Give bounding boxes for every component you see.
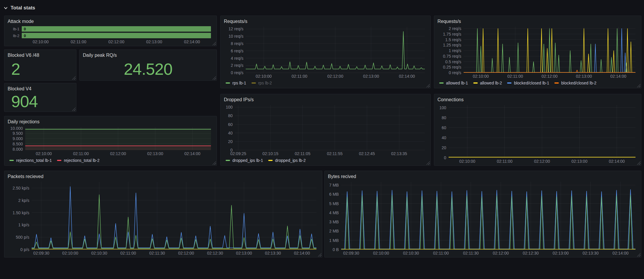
svg-text:02:11:00: 02:11:00 bbox=[507, 74, 523, 79]
svg-text:0: 0 bbox=[24, 34, 26, 38]
svg-text:4 req/s: 4 req/s bbox=[231, 56, 244, 61]
legend-item[interactable]: blocked/closed lb-1 bbox=[507, 81, 549, 85]
svg-text:02:09:25: 02:09:25 bbox=[230, 151, 246, 156]
chart-area: 0 req/s0.25 req/s0.5 req/s0.75 req/s1 re… bbox=[437, 25, 638, 79]
svg-text:02:12:00: 02:12:00 bbox=[534, 159, 550, 164]
panel-title[interactable]: Bytes recived bbox=[328, 173, 638, 180]
legend-item[interactable]: dropped_ips lb-2 bbox=[268, 158, 306, 163]
panel-title[interactable]: Packets recieved bbox=[8, 173, 319, 180]
svg-text:4 MB: 4 MB bbox=[329, 210, 339, 215]
legend-item[interactable]: rejections_total lb-2 bbox=[57, 158, 99, 163]
svg-text:1 kp/s: 1 kp/s bbox=[18, 222, 29, 227]
svg-text:0: 0 bbox=[444, 155, 446, 160]
svg-text:1 req/s: 1 req/s bbox=[449, 48, 461, 53]
legend-label: rps lb-1 bbox=[232, 81, 246, 85]
svg-text:2.50 kp/s: 2.50 kp/s bbox=[13, 186, 29, 190]
panel-title[interactable]: Requests/s bbox=[437, 18, 638, 25]
svg-text:02:13:30: 02:13:30 bbox=[583, 251, 599, 255]
svg-text:02:11:05: 02:11:05 bbox=[295, 151, 311, 156]
legend-item[interactable]: allowed lb-2 bbox=[473, 81, 502, 85]
svg-text:60: 60 bbox=[442, 125, 446, 130]
legend-label: allowed lb-2 bbox=[480, 81, 502, 85]
svg-text:02:13:00: 02:13:00 bbox=[146, 39, 162, 44]
svg-text:02:14:00: 02:14:00 bbox=[294, 251, 310, 255]
svg-text:02:14:00: 02:14:00 bbox=[399, 74, 415, 79]
svg-text:80: 80 bbox=[228, 113, 233, 118]
legend-item[interactable]: rps lb-1 bbox=[226, 81, 246, 85]
svg-text:02:14:00: 02:14:00 bbox=[613, 251, 629, 255]
stat-value: 904 bbox=[8, 92, 73, 110]
svg-text:02:12:00: 02:12:00 bbox=[178, 251, 194, 255]
legend: allowed lb-1allowed lb-2blocked/closed l… bbox=[437, 79, 638, 87]
svg-text:2 req/s: 2 req/s bbox=[449, 26, 461, 31]
svg-text:02:10:30: 02:10:30 bbox=[403, 251, 419, 255]
legend-label: dropped_ips lb-2 bbox=[275, 158, 306, 163]
svg-text:02:10:00: 02:10:00 bbox=[36, 151, 52, 156]
svg-text:02:12:00: 02:12:00 bbox=[541, 74, 558, 79]
svg-text:02:12:00: 02:12:00 bbox=[327, 74, 343, 79]
panel-title[interactable]: Connections bbox=[437, 96, 638, 103]
legend-item[interactable]: dropped_ips lb-1 bbox=[226, 158, 263, 163]
svg-text:5 MB: 5 MB bbox=[329, 201, 339, 206]
bytes-received-chart[interactable]: 0 B1 MB2 MB3 MB4 MB5 MB6 MB7 MB02:09:300… bbox=[328, 180, 638, 256]
svg-text:0.25 req/s: 0.25 req/s bbox=[443, 65, 461, 69]
chart-area: 0 req/s2 req/s4 req/s6 req/s8 req/s10 re… bbox=[224, 25, 427, 79]
svg-text:6 req/s: 6 req/s bbox=[231, 49, 244, 53]
requests-mid-chart[interactable]: 0 req/s2 req/s4 req/s6 req/s8 req/s10 re… bbox=[224, 25, 427, 79]
svg-text:02:10:00: 02:10:00 bbox=[373, 251, 389, 255]
legend-series-marker bbox=[554, 82, 559, 84]
legend-series-marker bbox=[473, 82, 478, 84]
svg-text:40: 40 bbox=[442, 135, 446, 140]
svg-text:02:14:00: 02:14:00 bbox=[610, 74, 626, 79]
svg-text:7 MB: 7 MB bbox=[329, 183, 339, 187]
legend-item[interactable]: blocked/closed lb-2 bbox=[554, 81, 596, 85]
legend-label: rejections_total lb-1 bbox=[16, 158, 52, 163]
svg-text:9.500: 9.500 bbox=[13, 131, 23, 136]
packets-received-chart[interactable]: 0 p/s500 p/s1 kp/s1.50 kp/s2 kp/s2.50 kp… bbox=[8, 180, 319, 256]
svg-text:40: 40 bbox=[228, 131, 233, 135]
section-header-total-stats[interactable]: Total stats bbox=[4, 3, 35, 13]
legend-item[interactable]: rps lb-2 bbox=[251, 81, 272, 85]
svg-text:02:10:30: 02:10:30 bbox=[91, 251, 107, 255]
chevron-down-icon bbox=[4, 6, 8, 10]
chart-area: 0 p/s500 p/s1 kp/s1.50 kp/s2 kp/s2.50 kp… bbox=[8, 180, 319, 256]
svg-text:1.75 req/s: 1.75 req/s bbox=[443, 32, 461, 36]
svg-text:0: 0 bbox=[24, 27, 26, 31]
panel-blocked-v6: Blocked V6 /48 2 bbox=[4, 49, 76, 81]
requests-right-chart[interactable]: 0 req/s0.25 req/s0.5 req/s0.75 req/s1 re… bbox=[437, 25, 638, 79]
connections-chart[interactable]: 02040608010002:10:0002:11:0002:12:0002:1… bbox=[437, 103, 638, 164]
panel-dropped-ips: Dropped IPs/s 02040608010002:09:2502:10:… bbox=[220, 94, 431, 166]
svg-text:02:13:35: 02:13:35 bbox=[391, 151, 407, 156]
panel-title[interactable]: Dropped IPs/s bbox=[224, 96, 427, 103]
attack-mode-chart[interactable]: lb-10lb-2002:10:0002:11:0002:12:0002:13:… bbox=[8, 25, 213, 45]
panel-requests-mid: Requests/s 0 req/s2 req/s4 req/s6 req/s8… bbox=[220, 16, 431, 88]
svg-text:10 req/s: 10 req/s bbox=[229, 34, 244, 39]
panel-attack-mode: Attack mode lb-10lb-2002:10:0002:11:0002… bbox=[4, 16, 217, 46]
panel-title[interactable]: Attack mode bbox=[8, 18, 213, 25]
panel-title[interactable]: Blocked V4 bbox=[8, 85, 73, 92]
svg-text:02:13:00: 02:13:00 bbox=[363, 74, 379, 79]
svg-text:0 p/s: 0 p/s bbox=[20, 247, 29, 252]
svg-text:20: 20 bbox=[228, 139, 233, 144]
legend-label: blocked/closed lb-1 bbox=[514, 81, 549, 85]
svg-text:1 MB: 1 MB bbox=[329, 238, 339, 243]
chart-area: 10.0009.5009.0008.5008.00002:10:0002:11:… bbox=[8, 125, 213, 157]
chart-area: lb-10lb-2002:10:0002:11:0002:12:0002:13:… bbox=[8, 25, 213, 45]
legend-label: dropped_ips lb-1 bbox=[232, 158, 263, 163]
svg-text:02:13:00: 02:13:00 bbox=[576, 74, 592, 79]
svg-text:02:10:00: 02:10:00 bbox=[33, 39, 49, 44]
panel-title[interactable]: Blocked V6 /48 bbox=[8, 52, 73, 59]
svg-text:02:14:00: 02:14:00 bbox=[184, 39, 200, 44]
panel-title[interactable]: Daily rejections bbox=[8, 118, 213, 125]
legend-item[interactable]: rejections_total lb-1 bbox=[9, 158, 52, 163]
svg-text:02:14:00: 02:14:00 bbox=[185, 151, 201, 156]
panel-title[interactable]: Requests/s bbox=[224, 18, 427, 25]
daily-rejections-chart[interactable]: 10.0009.5009.0008.5008.00002:10:0002:11:… bbox=[8, 125, 213, 157]
panel-title[interactable]: Daily peak RQ/s bbox=[83, 52, 213, 59]
svg-text:02:09:30: 02:09:30 bbox=[343, 251, 359, 255]
svg-text:1.5 req/s: 1.5 req/s bbox=[445, 37, 461, 42]
legend-label: allowed lb-1 bbox=[446, 81, 468, 85]
legend-item[interactable]: allowed lb-1 bbox=[439, 81, 468, 85]
dropped-ips-chart[interactable]: 02040608010002:09:2502:10:1502:11:0502:1… bbox=[224, 103, 427, 157]
svg-text:8.000: 8.000 bbox=[13, 147, 23, 152]
